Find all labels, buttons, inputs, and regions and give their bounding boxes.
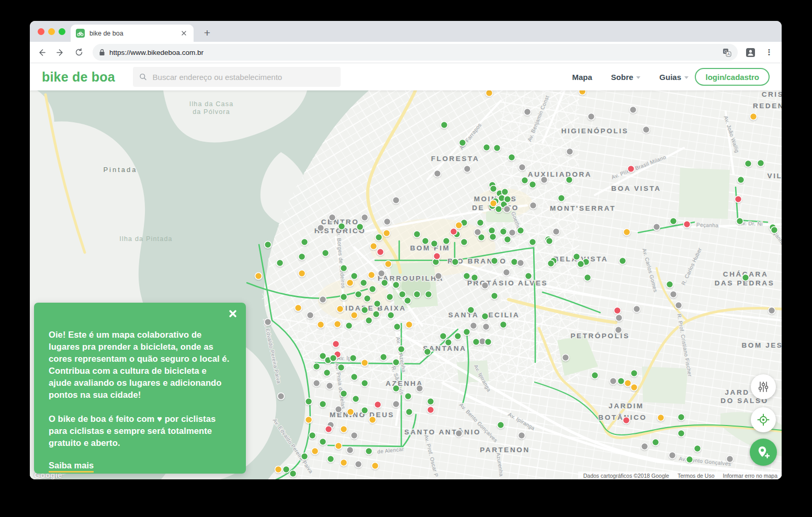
- map-marker-g[interactable]: [491, 258, 498, 265]
- map-marker-g[interactable]: [440, 333, 447, 340]
- map-marker-g[interactable]: [495, 206, 502, 213]
- map-marker-n[interactable]: [355, 461, 362, 468]
- close-window-button[interactable]: [38, 28, 44, 35]
- search-input[interactable]: [152, 72, 334, 82]
- map-marker-r[interactable]: [325, 426, 332, 433]
- map-marker-n[interactable]: [416, 385, 423, 392]
- map-marker-r[interactable]: [377, 249, 384, 256]
- map-marker-y[interactable]: [456, 222, 463, 229]
- map-marker-y[interactable]: [368, 272, 375, 279]
- map-marker-g[interactable]: [328, 456, 334, 463]
- attribution-link[interactable]: Termos de Uso: [678, 473, 715, 479]
- map-marker-g[interactable]: [441, 122, 448, 129]
- map-marker-g[interactable]: [425, 291, 432, 298]
- map-marker-r[interactable]: [333, 341, 340, 348]
- reload-icon[interactable]: [72, 45, 86, 60]
- search-box[interactable]: [133, 67, 341, 87]
- map-marker-g[interactable]: [265, 242, 272, 248]
- map-marker-g[interactable]: [452, 259, 459, 266]
- map-marker-y[interactable]: [631, 384, 638, 391]
- map-marker-y[interactable]: [362, 360, 368, 366]
- map-marker-n[interactable]: [393, 197, 400, 204]
- map-marker-n[interactable]: [384, 219, 391, 225]
- map-marker-n[interactable]: [362, 214, 368, 221]
- map-marker-n[interactable]: [616, 315, 623, 321]
- translate-icon[interactable]: G A: [723, 48, 731, 57]
- map-marker-g[interactable]: [362, 380, 368, 387]
- address-bar[interactable]: https://www.bikedeboa.com.br G A: [93, 44, 738, 61]
- map-marker-g[interactable]: [290, 470, 297, 477]
- map-marker-g[interactable]: [355, 291, 362, 298]
- map-marker-y[interactable]: [658, 415, 664, 421]
- map-marker-g[interactable]: [313, 363, 320, 370]
- map-marker-g[interactable]: [301, 453, 308, 460]
- minimize-window-button[interactable]: [48, 28, 55, 35]
- map-marker-g[interactable]: [584, 274, 591, 281]
- map-marker-g[interactable]: [431, 240, 438, 247]
- map-marker-g[interactable]: [504, 196, 511, 203]
- map-marker-g[interactable]: [504, 236, 511, 243]
- map-marker-g[interactable]: [742, 274, 749, 281]
- saiba-mais-link[interactable]: Saiba mais: [49, 461, 94, 473]
- map-marker-g[interactable]: [461, 239, 468, 246]
- map-marker-y[interactable]: [406, 321, 413, 328]
- back-icon[interactable]: [34, 45, 49, 60]
- map-marker-g[interactable]: [341, 265, 347, 272]
- map-marker-g[interactable]: [494, 145, 501, 152]
- map-marker-g[interactable]: [745, 160, 752, 167]
- forward-icon[interactable]: [53, 45, 67, 60]
- map-marker-n[interactable]: [320, 296, 326, 303]
- map-marker-g[interactable]: [339, 223, 345, 230]
- map-marker-g[interactable]: [464, 329, 470, 336]
- map-marker-n[interactable]: [393, 401, 400, 408]
- map-marker-g[interactable]: [387, 294, 393, 301]
- map-marker-n[interactable]: [483, 324, 490, 330]
- map-marker-g[interactable]: [445, 339, 452, 346]
- map-marker-n[interactable]: [475, 229, 481, 236]
- map-marker-g[interactable]: [443, 238, 450, 245]
- browser-tab[interactable]: bike de boa: [71, 25, 194, 42]
- map-marker-n[interactable]: [769, 307, 775, 314]
- map-marker-g[interactable]: [522, 177, 528, 184]
- map-marker-y[interactable]: [384, 230, 390, 237]
- map-marker-y[interactable]: [385, 261, 392, 268]
- map-marker-n[interactable]: [675, 302, 682, 309]
- map-marker-g[interactable]: [511, 259, 518, 266]
- map-marker-g[interactable]: [573, 254, 580, 260]
- map-marker-g[interactable]: [737, 218, 743, 225]
- map-marker-g[interactable]: [364, 295, 371, 302]
- map-marker-g[interactable]: [529, 181, 536, 188]
- map-marker-g[interactable]: [482, 313, 489, 320]
- map-marker-r[interactable]: [614, 307, 621, 314]
- map-marker-g[interactable]: [393, 359, 400, 366]
- map-marker-g[interactable]: [686, 456, 693, 463]
- map-marker-g[interactable]: [394, 324, 401, 330]
- map-marker-n[interactable]: [265, 319, 272, 326]
- map-marker-y[interactable]: [275, 466, 282, 473]
- map-marker-y[interactable]: [299, 270, 306, 277]
- map-marker-n[interactable]: [643, 127, 650, 133]
- map-marker-n[interactable]: [278, 393, 285, 400]
- map-marker-n[interactable]: [541, 177, 548, 183]
- map-marker-n[interactable]: [669, 452, 676, 459]
- map-marker-n[interactable]: [482, 282, 489, 289]
- add-place-button[interactable]: [750, 439, 777, 466]
- map-marker-n[interactable]: [335, 406, 342, 413]
- map-marker-n[interactable]: [518, 432, 525, 439]
- map-marker-g[interactable]: [464, 273, 470, 280]
- map-marker-n[interactable]: [307, 312, 314, 319]
- map-canvas[interactable]: Av. FarraposAv. Benjamin ConstAv. Plínio…: [30, 90, 782, 479]
- map-marker-n[interactable]: [464, 166, 471, 173]
- map-marker-n[interactable]: [519, 164, 526, 171]
- map-marker-g[interactable]: [369, 286, 376, 293]
- map-marker-n[interactable]: [456, 430, 463, 437]
- map-marker-y[interactable]: [312, 448, 319, 455]
- nav-item-mapa[interactable]: Mapa: [572, 73, 592, 82]
- map-marker-g[interactable]: [338, 364, 345, 371]
- map-marker-g[interactable]: [393, 282, 400, 289]
- map-marker-g[interactable]: [485, 339, 492, 346]
- map-marker-y[interactable]: [337, 306, 344, 313]
- map-marker-g[interactable]: [301, 239, 308, 246]
- map-marker-g[interactable]: [351, 374, 358, 381]
- map-marker-g[interactable]: [471, 274, 478, 281]
